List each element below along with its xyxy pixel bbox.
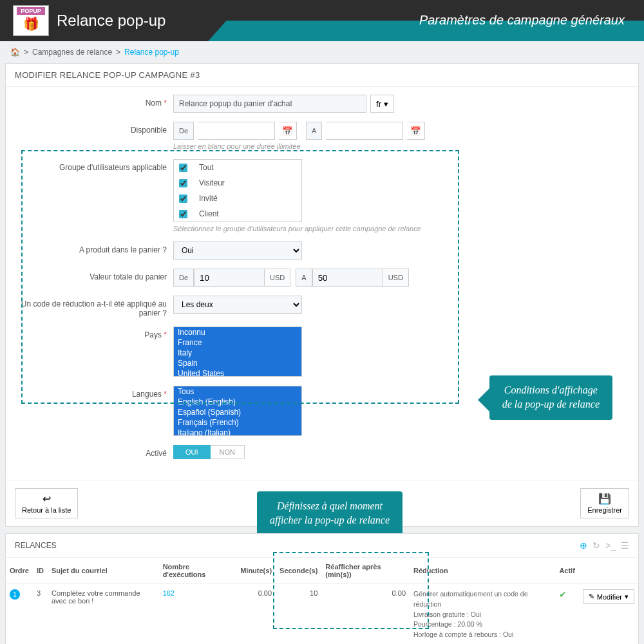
group-all-checkbox[interactable] [179, 164, 187, 172]
calendar-icon: 📅 [282, 126, 293, 136]
home-icon[interactable]: 🏠 [10, 48, 20, 57]
page-header: POPUP 🎁 Relance pop-up Paramètres de cam… [0, 0, 644, 41]
database-icon[interactable]: ☰ [621, 540, 629, 551]
has-product-select[interactable]: Oui [173, 242, 302, 260]
save-button[interactable]: 💾Enregistrer [580, 488, 629, 518]
user-group-list: Tout Visiteur Invité Client [173, 159, 302, 222]
callout-timing: Définissez à quel momentafficher la pop-… [257, 491, 402, 536]
relances-table: Ordre ID Sujet du courriel Nombre d'exéc… [6, 558, 638, 644]
name-label: Nom [146, 99, 162, 108]
calendar-icon: 📅 [410, 126, 421, 136]
user-group-label: Groupe d'utilisateurs applicable [15, 159, 173, 172]
language-selector[interactable]: fr ▾ [370, 95, 394, 113]
add-icon[interactable]: ⊕ [580, 540, 587, 551]
campaign-panel: MODIFIER RELANCE POP-UP CAMPAGNE #3 Nom … [5, 63, 639, 527]
group-guest-checkbox[interactable] [179, 194, 187, 203]
breadcrumb-lvl1[interactable]: Campagnes de relance [32, 48, 112, 57]
language-multiselect[interactable]: Tous English (English) Español (Spanish)… [173, 386, 302, 436]
callout-conditions: Conditions d'affichagede la pop-up de re… [489, 375, 612, 420]
breadcrumb: 🏠 > Campagnes de relance > Relance pop-u… [0, 41, 644, 63]
header-title: Relance pop-up [57, 12, 166, 30]
available-help: Laisser en blanc pour une durée illimité… [173, 142, 629, 150]
modify-button[interactable]: ✎ Modifier ▾ [583, 589, 634, 604]
check-icon: ✔ [559, 589, 567, 600]
header-subtitle: Paramètres de campagne généraux [419, 13, 625, 28]
total-from-input[interactable] [194, 269, 265, 287]
pencil-icon: ✎ [589, 592, 594, 601]
calendar-from-button[interactable]: 📅 [279, 122, 297, 140]
group-visitor-checkbox[interactable] [179, 179, 187, 187]
logo: POPUP 🎁 [13, 5, 49, 36]
terminal-icon[interactable]: >_ [605, 540, 616, 551]
voucher-label: Un code de réduction a-t-il été appliqué… [15, 296, 173, 317]
chevron-down-icon: ▾ [625, 592, 629, 601]
date-to-input[interactable] [326, 122, 403, 140]
save-icon: 💾 [598, 493, 611, 505]
total-label: Valeur totale du panier [15, 269, 173, 281]
gift-icon: 🎁 [23, 16, 39, 32]
calendar-to-button[interactable]: 📅 [407, 122, 425, 140]
total-to-input[interactable] [312, 269, 383, 287]
date-from-input[interactable] [198, 122, 275, 140]
arrow-left-icon: ↩ [43, 493, 51, 505]
executions-link[interactable]: 162 [163, 589, 175, 597]
user-group-help: Sélectionnez le groupe d'utilisateurs po… [173, 225, 629, 232]
order-badge[interactable]: 1 [10, 589, 20, 600]
has-product-label: A produit dans le panier ? [15, 242, 173, 254]
panel-heading: MODIFIER RELANCE POP-UP CAMPAGNE #3 [6, 64, 638, 87]
table-row: 1 3 Complétez votre commande avec ce bon… [6, 584, 638, 645]
relances-panel: RELANCES ⊕ ↻ >_ ☰ Ordre ID Sujet du cour… [5, 533, 639, 644]
available-label: Disponible [15, 122, 173, 135]
back-button[interactable]: ↩Retour à la liste [15, 488, 78, 518]
chevron-down-icon: ▾ [384, 99, 388, 109]
languages-label: Langues [132, 390, 162, 399]
voucher-select[interactable]: Les deux [173, 296, 302, 314]
name-input[interactable] [173, 95, 366, 113]
refresh-icon[interactable]: ↻ [592, 540, 600, 551]
active-toggle[interactable]: OUI NON [173, 445, 629, 459]
country-label: Pays [144, 330, 162, 339]
country-multiselect[interactable]: Inconnu France Italy Spain United States [173, 327, 302, 377]
relances-title: RELANCES [15, 541, 57, 550]
group-client-checkbox[interactable] [179, 210, 187, 218]
breadcrumb-current: Relance pop-up [124, 48, 179, 57]
active-label: Activé [15, 445, 173, 458]
logo-badge: POPUP [17, 7, 45, 15]
